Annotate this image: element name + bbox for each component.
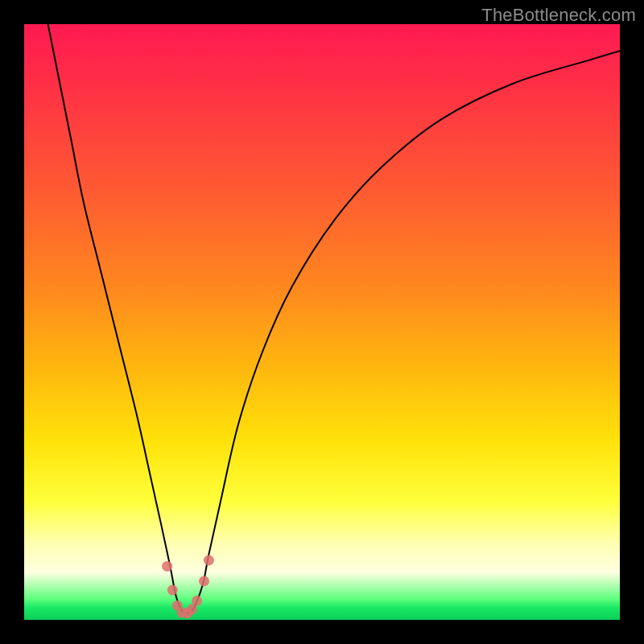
highlight-dot bbox=[199, 576, 209, 586]
chart-frame: TheBottleneck.com bbox=[0, 0, 644, 644]
highlight-dot bbox=[204, 555, 214, 566]
attribution-text: TheBottleneck.com bbox=[481, 5, 636, 26]
plot-area bbox=[24, 24, 620, 620]
curve-layer bbox=[24, 24, 620, 620]
highlight-dot bbox=[192, 596, 202, 606]
highlight-dot bbox=[162, 561, 172, 572]
highlight-dot bbox=[167, 585, 178, 596]
bottleneck-curve bbox=[48, 24, 620, 613]
